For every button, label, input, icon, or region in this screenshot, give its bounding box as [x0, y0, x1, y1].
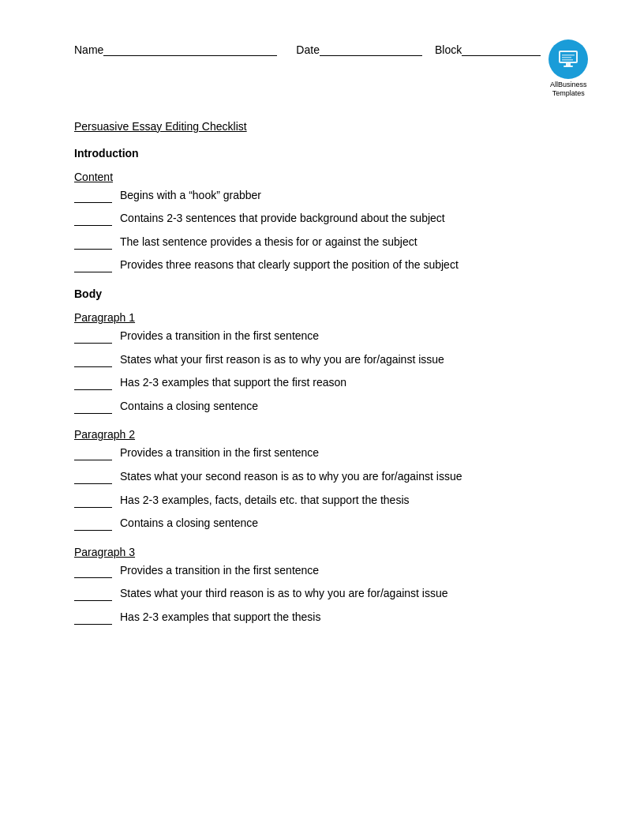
paragraph1-heading: Paragraph 1	[74, 311, 570, 324]
svg-rect-4	[562, 54, 575, 56]
name-field-line	[103, 43, 277, 56]
date-field-line	[320, 43, 422, 56]
blank-p2-3	[74, 494, 112, 508]
p2-item-2-text: States what your second reason is as to …	[120, 469, 462, 485]
svg-rect-5	[562, 57, 571, 58]
body-heading: Body	[74, 287, 570, 300]
p3-item-3: Has 2-3 examples that support the thesis	[74, 610, 570, 626]
p3-item-1: Provides a transition in the first sente…	[74, 563, 570, 579]
intro-item-2-text: Contains 2-3 sentences that provide back…	[120, 211, 445, 227]
p2-item-1-text: Provides a transition in the first sente…	[120, 445, 319, 461]
paragraph3-heading: Paragraph 3	[74, 546, 570, 558]
blank-p1-4	[74, 400, 112, 414]
blank-p3-2	[74, 588, 112, 601]
header-fields: Name Date Block	[74, 39, 541, 56]
block-label: Block	[435, 43, 462, 56]
blank-p2-2	[74, 471, 112, 484]
doc-title: Persuasive Essay Editing Checklist	[74, 120, 570, 133]
blank-p1-2	[74, 354, 112, 367]
intro-item-3-text: The last sentence provides a thesis for …	[120, 235, 417, 250]
svg-rect-3	[564, 66, 573, 67]
date-label: Date	[296, 43, 320, 56]
paragraph2-heading: Paragraph 2	[74, 428, 570, 441]
p2-item-4: Contains a closing sentence	[74, 516, 570, 532]
p3-item-3-text: Has 2-3 examples that support the thesis	[120, 610, 320, 626]
blank-1	[74, 190, 112, 203]
logo-container: AllBusiness Templates	[541, 39, 596, 98]
intro-item-4: Provides three reasons that clearly supp…	[74, 257, 570, 273]
intro-item-1-text: Begins with a “hook” grabber	[120, 188, 261, 204]
p1-item-2: States what your first reason is as to w…	[74, 352, 570, 368]
p1-item-1: Provides a transition in the first sente…	[74, 329, 570, 344]
p3-item-1-text: Provides a transition in the first sente…	[120, 563, 319, 579]
logo-text: AllBusiness Templates	[550, 81, 587, 98]
content-heading: Content	[74, 171, 570, 183]
blank-3	[74, 236, 112, 250]
blank-p2-4	[74, 517, 112, 531]
p2-item-1: Provides a transition in the first sente…	[74, 445, 570, 461]
p1-item-4-text: Contains a closing sentence	[120, 399, 258, 415]
blank-p1-1	[74, 330, 112, 344]
blank-p1-3	[74, 377, 112, 390]
p1-item-2-text: States what your first reason is as to w…	[120, 352, 444, 368]
svg-rect-6	[562, 59, 573, 61]
p2-item-2: States what your second reason is as to …	[74, 469, 570, 485]
intro-item-4-text: Provides three reasons that clearly supp…	[120, 257, 459, 273]
blank-p3-3	[74, 611, 112, 625]
blank-p3-1	[74, 565, 112, 578]
p2-item-3: Has 2-3 examples, facts, details etc. th…	[74, 493, 570, 509]
header-row: Name Date Block AllBusiness Templates	[74, 39, 570, 98]
intro-item-2: Contains 2-3 sentences that provide back…	[74, 211, 570, 227]
intro-item-1: Begins with a “hook” grabber	[74, 188, 570, 204]
blank-p2-1	[74, 447, 112, 460]
p1-item-3: Has 2-3 examples that support the first …	[74, 375, 570, 391]
logo-icon	[549, 39, 588, 79]
blank-4	[74, 259, 112, 272]
p2-item-4-text: Contains a closing sentence	[120, 516, 258, 532]
block-field-line	[462, 43, 541, 56]
name-label: Name	[74, 43, 103, 56]
p1-item-3-text: Has 2-3 examples that support the first …	[120, 375, 346, 391]
p2-item-3-text: Has 2-3 examples, facts, details etc. th…	[120, 493, 410, 509]
blank-2	[74, 212, 112, 226]
intro-item-3: The last sentence provides a thesis for …	[74, 235, 570, 250]
introduction-heading: Introduction	[74, 147, 570, 160]
p3-item-2-text: States what your third reason is as to w…	[120, 586, 448, 602]
p3-item-2: States what your third reason is as to w…	[74, 586, 570, 602]
p1-item-1-text: Provides a transition in the first sente…	[120, 329, 319, 344]
p1-item-4: Contains a closing sentence	[74, 399, 570, 415]
logo-svg	[556, 47, 580, 71]
